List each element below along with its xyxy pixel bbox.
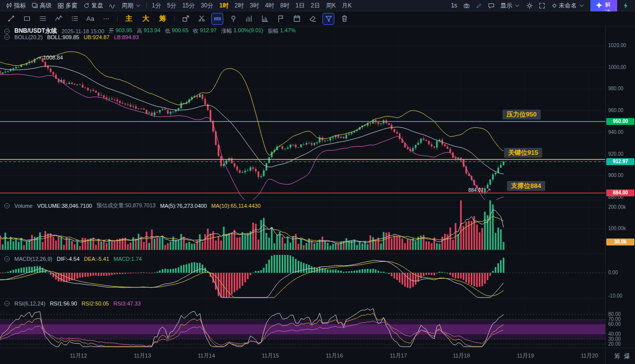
topbar-screenshot[interactable] (460, 0, 473, 11)
display-label: 显示 (501, 1, 512, 10)
tool-more[interactable]: ⋯ (101, 13, 112, 24)
export-icon (182, 15, 190, 22)
timeframe-1时[interactable]: 1时 (216, 1, 232, 10)
tool-list[interactable] (69, 13, 80, 24)
panel-separator[interactable] (0, 200, 605, 200)
topbar-display[interactable]: 显示 (498, 0, 523, 11)
tool-wave-pattern[interactable] (53, 13, 64, 24)
axis-tick: 1000.00 (608, 64, 626, 70)
collapse-icon[interactable] (4, 34, 10, 40)
volume-badge: 38.0k (606, 239, 635, 245)
collapse-icon[interactable] (4, 28, 10, 34)
layers-icon (32, 2, 38, 9)
swing-low-annotation: 884.07 (468, 187, 484, 193)
topbar-replay[interactable]: 复盘 (80, 0, 106, 11)
tool-delete[interactable] (339, 13, 350, 24)
time-label[interactable]: 11月14 (198, 352, 215, 360)
support-price-badge: 884.00 (606, 189, 635, 196)
timeframe-3时[interactable]: 3时 (247, 1, 262, 10)
topbar-multi-window[interactable]: 多窗 (55, 0, 80, 11)
volume-panel-chart[interactable] (0, 200, 605, 253)
tool-cut[interactable] (196, 13, 207, 24)
collapse-icon[interactable] (4, 301, 10, 306)
timeframe-月K[interactable]: 月K (339, 1, 355, 10)
time-label[interactable]: 11月13 (134, 352, 151, 360)
collapse-circle-icon (4, 34, 10, 40)
filter-icon (325, 15, 332, 22)
timeframe-8时[interactable]: 8时 (277, 1, 293, 10)
tool-measure[interactable] (212, 13, 223, 24)
time-label[interactable]: 11月17 (390, 352, 407, 360)
resistance-label[interactable]: 压力位950 (503, 110, 541, 120)
quick-大[interactable]: 大 (138, 14, 153, 23)
quick-筹[interactable]: 筹 (155, 14, 170, 23)
time-axis[interactable]: 11月1211月1311月1411月1511月1611月1711月1811月19… (0, 348, 635, 364)
collapse-icon[interactable] (4, 203, 10, 209)
timeframe-2时[interactable]: 2时 (232, 1, 247, 10)
time-label[interactable]: 11月20 (581, 352, 598, 360)
arrow-marker (486, 189, 490, 192)
panel-separator[interactable] (0, 298, 605, 299)
chevron-down-icon (578, 2, 585, 9)
current-price-badge: 912.97 (606, 158, 635, 165)
topbar-period[interactable]: 周期 (119, 0, 144, 11)
layout-label: 未命名 (559, 1, 577, 10)
axis-tick: 920.00 (608, 151, 624, 157)
time-label[interactable]: 11月15 (262, 352, 279, 360)
timeframe-1分[interactable]: 1分 (149, 1, 164, 10)
indicators-label: 指标 (14, 1, 26, 10)
tool-rectangle[interactable] (21, 13, 32, 24)
topbar-advanced[interactable]: 高级 (29, 0, 55, 11)
timeframe-4时[interactable]: 4时 (262, 1, 277, 10)
support-label[interactable]: 支撑位884 (507, 181, 545, 191)
list-icon (71, 15, 78, 22)
tool-text[interactable]: Aa (85, 13, 96, 24)
tool-eraser[interactable] (307, 13, 318, 24)
topbar-indicators[interactable]: 指标 (3, 0, 29, 11)
topbar-fullscreen[interactable] (536, 0, 548, 11)
topbar-layout[interactable]: 未命名 (548, 0, 588, 11)
timeframe-1日[interactable]: 1日 (293, 1, 308, 10)
expand-icon (539, 2, 545, 9)
tool-export[interactable] (180, 13, 191, 24)
timeframe-5分[interactable]: 5分 (164, 1, 180, 10)
topbar-boost[interactable] (620, 0, 632, 11)
axis-tick: 0.00 (608, 270, 618, 275)
tool-compare[interactable] (244, 13, 254, 24)
axis-tick: 980.00 (608, 86, 624, 91)
tool-calendar[interactable] (291, 13, 302, 24)
tool-trend-line[interactable] (5, 13, 16, 24)
time-label[interactable]: 11月18 (453, 352, 470, 360)
time-label[interactable]: 11月19 (517, 352, 534, 360)
timeframe-30分[interactable]: 30分 (198, 1, 216, 10)
macd-panel-chart[interactable] (0, 254, 605, 299)
time-label[interactable]: 11月12 (70, 352, 87, 360)
collapse-icon[interactable] (4, 256, 10, 262)
tool-filter[interactable] (323, 13, 334, 24)
timeframe-周K[interactable]: 周K (323, 1, 339, 10)
timeframe-15分[interactable]: 15分 (179, 1, 197, 10)
trading-app: 指标高级多窗复盘周期 1分5分15分30分1时2时3时4时8时1日2日周K月K … (0, 0, 635, 364)
sparkle-icon (595, 1, 603, 9)
topbar-comments[interactable] (485, 0, 498, 11)
topbar-draw[interactable] (473, 0, 485, 11)
topbar-settings[interactable] (523, 0, 536, 11)
time-label[interactable]: 11月16 (326, 352, 343, 360)
tool-orders[interactable] (275, 13, 286, 24)
volume-ma-lines (0, 210, 504, 244)
timeframe-2日[interactable]: 2日 (308, 1, 323, 10)
trendline-icon (7, 15, 15, 22)
price-axis[interactable]: 1020.001000.00980.00960.00940.00920.0090… (605, 26, 635, 364)
quick-主[interactable]: 主 (122, 14, 136, 23)
tool-volume-profile[interactable] (259, 13, 270, 24)
cut-icon (198, 15, 205, 22)
macd-grid (0, 254, 605, 299)
panel-separator[interactable] (0, 253, 605, 254)
text-label: Aa (86, 15, 94, 22)
topbar-interval-1s[interactable]: 1s (448, 0, 460, 11)
tool-horizontal-lines[interactable] (37, 13, 48, 24)
topbar-wave-tool[interactable] (106, 0, 119, 11)
rsi-panel-chart[interactable] (0, 299, 605, 348)
key-level-label[interactable]: 关键位915 (504, 148, 542, 158)
tool-pin[interactable] (228, 13, 239, 24)
